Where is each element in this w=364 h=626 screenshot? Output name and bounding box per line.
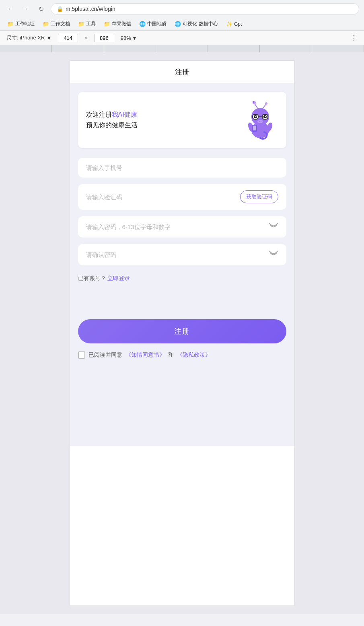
code-field-row: 获取验证码 [78,184,286,210]
folder-icon-3: 📁 [78,21,84,27]
confirm-password-field-row [78,244,286,265]
brand-name: 我AI健康 [112,111,137,118]
devtools-bar: 尺寸: iPhone XR ▼ × 98% ▼ ⋮ [0,31,364,45]
svg-point-13 [265,102,267,105]
reload-button[interactable]: ↻ [35,3,47,14]
page-title-bar: 注册 [70,61,294,84]
password-field-row [78,216,286,238]
mobile-frame: 注册 欢迎注册我AI健康 预见你的健康生活 [70,60,295,606]
confirm-password-input[interactable] [86,251,265,258]
browser-toolbar: ← → ↻ 🔒 m.5plusai.cn/#/login [0,0,364,18]
page-title: 注册 [175,68,189,76]
device-selector[interactable]: 尺寸: iPhone XR ▼ [6,34,51,41]
svg-rect-17 [253,126,256,130]
tab-1 [0,45,52,52]
get-code-button[interactable]: 获取验证码 [240,190,278,203]
lock-icon: 🔒 [57,6,63,12]
tab-3 [104,45,156,52]
spacer [78,295,286,319]
bookmark-workaddress[interactable]: 📁 工作地址 [5,19,37,29]
zoom-selector[interactable]: 98% ▼ [121,35,137,41]
address-bar[interactable]: 🔒 m.5plusai.cn/#/login [51,3,359,14]
tab-5 [208,45,260,52]
login-link[interactable]: 立即登录 [107,275,130,281]
bookmark-label-5: 中国地质 [147,21,167,27]
ai-icon: ✨ [226,21,232,27]
login-hint: 已有账号？ 立即登录 [78,272,286,285]
svg-point-7 [255,116,256,117]
forward-button[interactable]: → [20,3,31,14]
toggle-confirm-password-icon[interactable] [269,250,278,259]
back-button[interactable]: ← [5,3,16,14]
welcome-text: 欢迎注册我AI健康 预见你的健康生活 [86,109,138,130]
bookmark-wechat[interactable]: 📁 苹果微信 [101,19,134,29]
tab-2 [52,45,104,52]
globe-icon-2: 🌐 [175,21,181,27]
bookmark-label-2: 工作文档 [51,21,70,27]
url-text: m.5plusai.cn/#/login [66,6,115,12]
bookmark-geology[interactable]: 🌐 中国地质 [137,19,169,29]
browser-chrome: ← → ↻ 🔒 m.5plusai.cn/#/login 📁 工作地址 📁 工作… [0,0,364,31]
code-field-section: 获取验证码 [78,184,286,210]
welcome-card: 欢迎注册我AI健康 预见你的健康生活 [78,92,286,148]
bookmark-label-6: 可视化-数据中心 [183,21,218,27]
globe-icon-1: 🌐 [139,21,146,27]
width-input[interactable] [58,34,78,42]
svg-point-8 [265,116,266,117]
svg-point-19 [259,121,260,122]
zoom-chevron-icon: ▼ [132,35,137,41]
welcome-line2: 预见你的健康生活 [86,122,138,128]
bookmark-workdoc[interactable]: 📁 工作文档 [40,19,72,29]
agreement-between: 和 [168,351,174,359]
confirm-password-field-section [78,244,286,265]
dimension-separator: × [84,35,88,41]
zoom-label: 98% [121,35,131,41]
tab-bar [0,45,364,52]
code-input[interactable] [86,194,236,200]
phone-field-section [78,158,286,178]
bookmark-visualization[interactable]: 🌐 可视化-数据中心 [172,19,220,29]
password-field-section [78,216,286,238]
login-hint-text: 已有账号？ [78,275,106,281]
bookmark-gpt[interactable]: ✨ Gpt [224,20,244,28]
height-input[interactable] [94,34,114,42]
svg-point-18 [257,120,263,123]
welcome-line1: 欢迎注册 [86,111,112,118]
register-button[interactable]: 注册 [78,319,286,343]
toggle-password-icon[interactable] [269,223,278,231]
svg-point-11 [253,101,254,103]
phone-input[interactable] [86,164,278,171]
agreement-text: 已阅读并同意 [88,351,122,359]
more-options-button[interactable]: ⋮ [350,33,358,42]
agreement-checkbox[interactable] [78,351,85,359]
agreement-link-privacy[interactable]: 《隐私政策》 [177,351,211,359]
bookmark-label-1: 工作地址 [15,21,35,27]
folder-icon-2: 📁 [43,21,49,27]
content-area: 注册 欢迎注册我AI健康 预见你的健康生活 [0,52,364,614]
bookmark-tools[interactable]: 📁 工具 [76,19,98,29]
register-area: 欢迎注册我AI健康 预见你的健康生活 [70,84,294,446]
bookmark-label-7: Gpt [234,21,242,27]
chevron-down-icon: ▼ [46,35,51,41]
phone-field-row [78,158,286,178]
tab-6 [260,45,312,52]
bookmark-label-4: 苹果微信 [112,21,131,27]
folder-icon-1: 📁 [7,21,14,27]
device-label: 尺寸: iPhone XR [6,34,45,41]
mascot-illustration [242,100,278,140]
bookmarks-bar: 📁 工作地址 📁 工作文档 📁 工具 📁 苹果微信 🌐 中国地质 🌐 可视化-数… [0,18,364,31]
tab-7 [312,45,364,52]
svg-point-20 [261,121,261,122]
agreement-row: 已阅读并同意 《知情同意书》 和 《隐私政策》 [78,351,286,359]
bookmark-label-3: 工具 [86,21,96,27]
password-input[interactable] [86,223,265,230]
tab-4 [156,45,208,52]
folder-icon-4: 📁 [104,21,110,27]
agreement-link-consent[interactable]: 《知情同意书》 [125,351,165,359]
